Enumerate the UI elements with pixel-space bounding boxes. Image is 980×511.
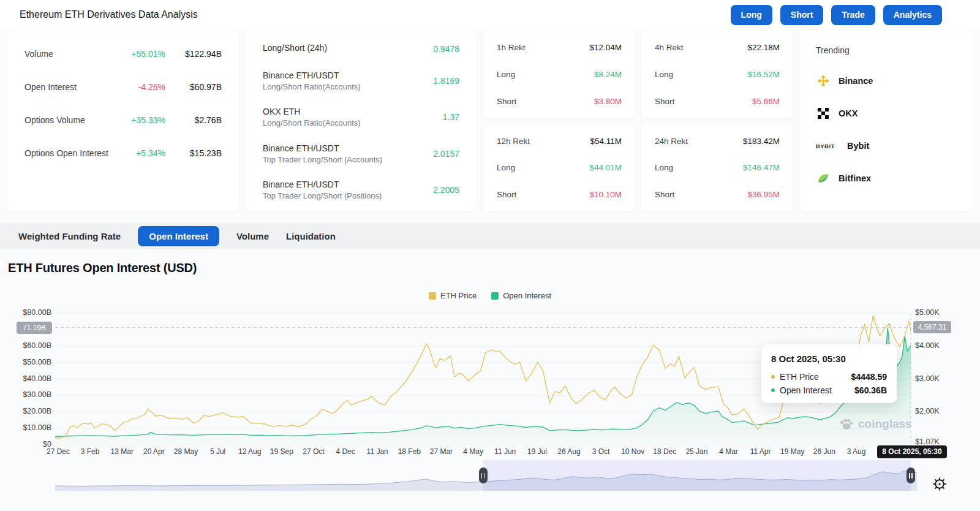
rekt-cards-grid: 1h Rekt$12.04M Long$8.24M Short$3.80M 4h… (483, 31, 793, 211)
long-button[interactable]: Long (731, 5, 772, 25)
open-interest-row: Open Interest -4.26% $60.97B (24, 80, 222, 94)
x-axis-tick: 27 Mar (430, 447, 453, 456)
tooltip-value: $60.36B (854, 385, 887, 395)
long-short-ratio-card: Long/Short (24h) 0.9478 Binance ETH/USDT… (246, 31, 477, 211)
stat-value: $2.76B (165, 115, 222, 125)
x-axis-tick: 12 Aug (238, 447, 261, 456)
rekt-total: $12.04M (589, 43, 622, 52)
svg-text:BYB!T: BYB!T (816, 143, 835, 150)
stat-label: Options Volume (24, 115, 113, 125)
ratio-sublabel: Long/Short Ratio(Accounts) (263, 118, 361, 127)
ratio-value: 0.9478 (433, 44, 459, 54)
stat-value: $15.23B (165, 148, 222, 158)
tooltip-label: Open Interest (780, 385, 832, 395)
y-axis-left-tick: $50.00B (0, 358, 51, 366)
rekt-short-value: $3.80M (594, 97, 622, 106)
stat-label: Open Interest (24, 82, 113, 92)
ratio-value: 2.2005 (433, 185, 459, 195)
navigator-left-handle[interactable] (479, 467, 488, 483)
x-axis-tick: 19 Sep (270, 447, 293, 456)
rekt-title: 1h Rekt (497, 43, 526, 52)
chart-tab-strip: Weighted Funding Rate Open Interest Volu… (0, 223, 980, 249)
stat-change: -4.26% (113, 82, 165, 92)
x-axis-tick: 19 Jul (527, 447, 547, 456)
x-axis-tick: 26 Aug (557, 447, 580, 456)
y-axis-left-tick: $40.00B (0, 374, 51, 383)
rekt-title: 12h Rekt (497, 137, 530, 146)
analytics-button[interactable]: Analytics (883, 5, 942, 25)
rekt-long-label: Long (655, 70, 673, 79)
rekt-long-value: $8.24M (594, 70, 622, 79)
trending-item-binance[interactable]: Binance (816, 74, 957, 88)
x-axis-tick: 13 Mar (111, 447, 134, 456)
short-button[interactable]: Short (780, 5, 824, 25)
x-axis-tick: 27 Dec (47, 447, 70, 456)
stat-label: Volume (24, 49, 113, 59)
tooltip-label: ETH Price (780, 372, 819, 382)
rekt-card-24h: 24h Rekt$183.42M Long$146.47M Short$36.9… (641, 124, 793, 212)
stat-label: Options Open Interest (24, 148, 113, 158)
x-axis-tick: 3 Feb (81, 447, 100, 456)
trending-item-label: OKX (839, 108, 858, 118)
trending-item-bybit[interactable]: BYB!T Bybit (816, 138, 957, 153)
eth-price-marker-icon (771, 375, 775, 379)
tab-volume[interactable]: Volume (236, 226, 269, 246)
rekt-total: $54.11M (590, 137, 622, 146)
ratio-row: Binance ETH/USDT Top Trader Long/Short (… (263, 180, 459, 200)
tooltip-row-open-interest: Open Interest $60.36B (771, 385, 887, 395)
chart-tooltip: 8 Oct 2025, 05:30 ETH Price $4448.59 Ope… (761, 344, 897, 403)
x-axis-tick: 3 Oct (592, 447, 610, 456)
ratio-label: OKX ETH (263, 107, 361, 116)
x-axis-tick: 28 May (174, 447, 198, 456)
trade-button[interactable]: Trade (831, 5, 875, 25)
tab-weighted-funding-rate[interactable]: Weighted Funding Rate (18, 226, 121, 246)
rekt-long-value: $16.52M (747, 70, 780, 79)
rekt-long-label: Long (655, 163, 673, 172)
ratio-row: OKX ETH Long/Short Ratio(Accounts) 1.37 (263, 107, 459, 127)
y-axis-right-tick: $1.07K (915, 437, 940, 446)
x-axis-tick: 4 May (463, 447, 483, 456)
summary-cards-row: Volume +55.01% $122.94B Open Interest -4… (7, 31, 973, 211)
rekt-card-1h: 1h Rekt$12.04M Long$8.24M Short$3.80M (483, 31, 635, 118)
stat-change: +55.01% (113, 49, 165, 59)
watermark-text: coinglass (858, 417, 912, 431)
x-axis-tick: 20 Apr (143, 447, 165, 456)
trending-item-label: Binance (839, 76, 873, 86)
page-title: Ethereum ETH Derivatives Data Analysis (20, 9, 198, 20)
rekt-long-label: Long (497, 70, 515, 79)
y-axis-right-tick: $2.00K (915, 407, 940, 415)
open-interest-current-badge: 71.19B (17, 322, 52, 334)
navigator-right-handle[interactable] (907, 467, 915, 483)
navigator-selected-range[interactable] (483, 460, 911, 491)
y-axis-right-tick: $3.00K (915, 374, 940, 383)
chart-settings-gear-icon[interactable] (932, 476, 948, 492)
ratio-sublabel: Long/Short Ratio(Accounts) (263, 82, 361, 91)
trending-item-okx[interactable]: OKX (816, 106, 957, 121)
stat-value: $60.97B (165, 82, 222, 92)
ratio-row: Long/Short (24h) 0.9478 (263, 43, 459, 55)
x-axis-tick: 11 Jan (367, 447, 388, 456)
rekt-title: 24h Rekt (655, 137, 688, 146)
rekt-short-value: $36.95M (747, 190, 780, 199)
options-open-interest-row: Options Open Interest +5.34% $15.23B (24, 146, 222, 161)
stat-value: $122.94B (165, 49, 222, 59)
trending-item-bitfinex[interactable]: Bitfinex (816, 171, 957, 186)
eth-price-current-badge: 4,567.31 (913, 321, 951, 333)
ratio-label: Binance ETH/USDT (263, 143, 382, 153)
topbar-buttons: Long Short Trade Analytics (731, 5, 942, 25)
stat-change: +5.34% (113, 148, 165, 158)
ratio-row: Binance ETH/USDT Top Trader Long/Short (… (263, 143, 459, 164)
x-axis-tick: 4 Dec (336, 447, 355, 456)
stat-change: +35.33% (113, 115, 165, 125)
tooltip-value: $4448.59 (851, 372, 887, 382)
ratio-label: Long/Short (24h) (263, 43, 327, 53)
tab-open-interest[interactable]: Open Interest (138, 226, 219, 246)
coinglass-watermark: coinglass (839, 417, 912, 431)
tab-liquidation[interactable]: Liquidation (286, 226, 336, 246)
x-axis-tick: 11 Jun (494, 447, 516, 456)
x-axis-tick: 5 Jul (210, 447, 225, 456)
ratio-value: 1.37 (443, 112, 459, 122)
x-axis-tick: 18 Feb (398, 447, 421, 456)
ratio-value: 1.8169 (433, 76, 459, 86)
y-axis-left-tick: $0 (0, 440, 51, 449)
